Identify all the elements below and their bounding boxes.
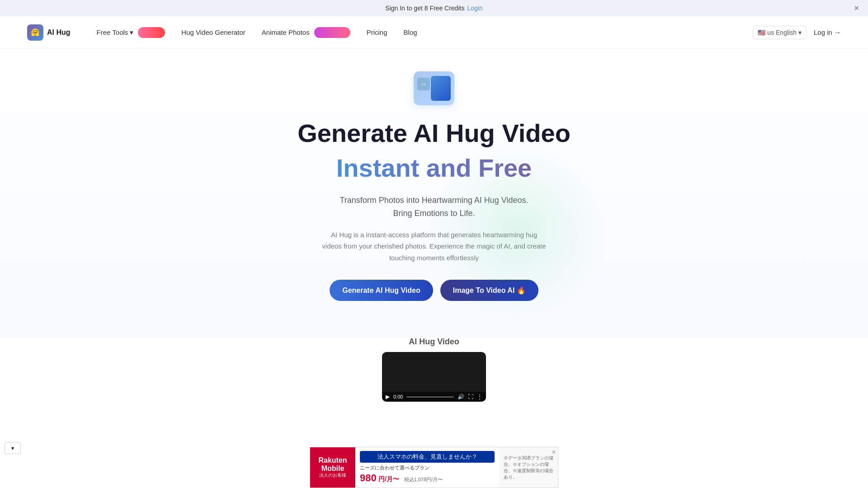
hero-icon-small: ↔ [417,78,430,90]
nav-badge-pink [138,27,165,38]
hero-description: AI Hug is a instant-access platform that… [321,229,547,264]
video-time: 0:00 [393,394,403,399]
logo-text: AI Hug [47,28,71,37]
ad-price-unit: 円/月〜 [378,475,399,483]
logo-area[interactable]: 🤗 AI Hug [27,24,71,41]
nav-links: Free Tools ▾ Hug Video Generator Animate… [89,16,753,49]
nav-item-free-tools[interactable]: Free Tools ▾ [89,16,174,49]
flag-icon: 🇺🇸 [758,29,765,36]
nav-item-pricing[interactable]: Pricing [359,16,396,49]
chevron-down-icon: ▾ [130,16,133,49]
ad-price-block: 980 円/月〜 税込1,078円/月〜 [360,472,495,484]
ad-brand-sub: 法人のお客様 [319,472,346,479]
chevron-down-icon: ▾ [798,29,802,36]
banner-text: Sign In to get 8 Free Credits [385,5,464,12]
hero-section: ↔ Generate AI Hug Video Instant and Free… [0,49,868,337]
ad-brand-line2: Mobile [321,465,344,473]
video-section: AI Hug Video ▶ 0:00 🔊 ⛶ ⋮ [0,337,868,415]
ad-close-button[interactable]: ✕ [552,449,556,455]
bottom-expand-button[interactable]: ▾ [5,442,21,454]
bottom-ad-banner: Rakuten Mobile 法人のお客様 法人スマホの料金、見直しませんか？ … [310,447,558,488]
video-player[interactable]: ▶ 0:00 🔊 ⛶ ⋮ [382,352,486,402]
nav-item-blog[interactable]: Blog [396,16,425,49]
nav-right: 🇺🇸 us English ▾ Log in → [753,26,841,39]
image-to-video-button[interactable]: Image To Video AI 🔥 [440,280,538,301]
video-progress-bar[interactable] [406,396,454,398]
chevron-down-icon: ▾ [11,445,14,451]
generate-hug-video-button[interactable]: Generate AI Hug Video [330,280,433,301]
fullscreen-icon[interactable]: ⛶ [468,394,473,400]
top-banner: Sign In to get 8 Free Credits Login × [0,0,868,16]
hero-icon: ↔ [414,71,454,105]
nav-badge-purple [314,27,350,38]
hero-buttons: Generate AI Hug Video Image To Video AI … [330,280,538,301]
ad-note: ※データ3GBプランの場合。※オプションの場合。※速度制限等の場合あり。 [499,447,558,488]
hero-subtitle: Transform Photos into Heartwarming AI Hu… [330,194,538,220]
ad-price: 980 [360,472,377,483]
more-options-icon[interactable]: ⋮ [477,394,482,400]
ad-tax-note: 税込1,078円/月〜 [404,477,443,482]
play-icon[interactable]: ▶ [386,394,390,400]
banner-close-button[interactable]: × [854,4,859,13]
nav-item-animate-photos[interactable]: Animate Photos [254,16,359,49]
hero-title-line1: Generate AI Hug Video [297,118,571,148]
ad-brand: Rakuten Mobile 法人のお客様 [310,447,355,488]
ad-brand-line1: Rakuten [318,456,347,465]
video-controls: ▶ 0:00 🔊 ⛶ ⋮ [382,392,486,402]
hero-title-line2: Instant and Free [336,152,532,185]
navbar: 🤗 AI Hug Free Tools ▾ Hug Video Generato… [0,16,868,49]
volume-icon[interactable]: 🔊 [458,394,464,400]
banner-login-link[interactable]: Login [467,5,482,12]
ad-choosable: ニーズに合わせて選べるプラン [360,465,495,471]
ad-middle[interactable]: 法人スマホの料金、見直しませんか？ ニーズに合わせて選べるプラン 980 円/月… [355,447,499,488]
ad-headline: 法人スマホの料金、見直しませんか？ [360,451,495,463]
language-selector[interactable]: 🇺🇸 us English ▾ [753,26,807,39]
login-button[interactable]: Log in → [814,28,841,36]
hero-icon-wrap: ↔ [414,71,454,107]
hero-icon-inner [431,76,451,101]
video-label: AI Hug Video [409,337,459,347]
nav-item-hug-video-generator[interactable]: Hug Video Generator [173,16,253,49]
logo-icon: 🤗 [27,24,43,41]
